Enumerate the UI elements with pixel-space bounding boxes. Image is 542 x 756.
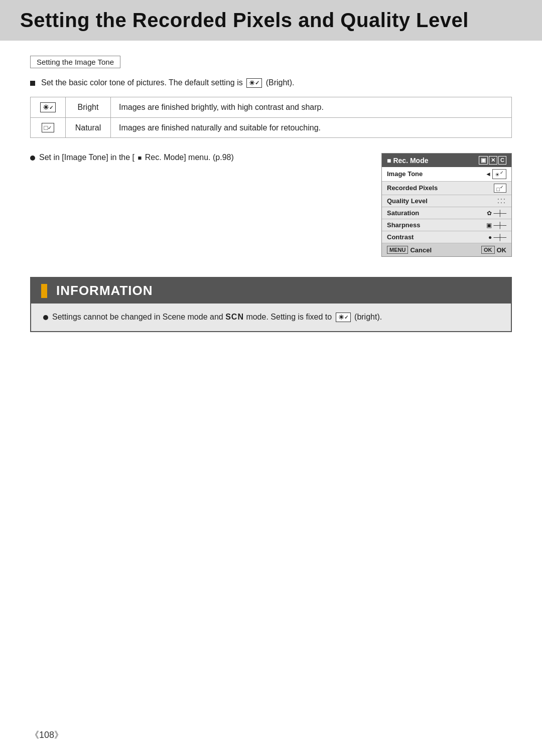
- set-instruction-text: Set in [Image Tone] in the [ ■ Rec. Mode…: [39, 153, 381, 162]
- header-bar: Setting the Recorded Pixels and Quality …: [0, 0, 542, 41]
- bright-label-cell: Bright: [66, 97, 111, 118]
- menu-arrow-icon: ◄: [485, 171, 491, 178]
- menu-row-value-recorded-pixels: □✓: [494, 184, 506, 193]
- menu-row-label-sharpness: Sharpness: [387, 221, 420, 229]
- natural-icon: □✓: [42, 123, 55, 132]
- quality-dots-icon: ⁚⁚⁚: [497, 198, 506, 205]
- menu-row-image-tone: Image Tone ◄ ☀✓: [382, 167, 511, 182]
- table-row: ☀✓ Bright Images are finished brightly, …: [31, 97, 512, 118]
- menu-row-recorded-pixels: Recorded Pixels □✓: [382, 182, 511, 196]
- menu-camera-icon: ■: [387, 157, 391, 165]
- saturation-val-icon: ✿ ─┼─: [487, 210, 506, 217]
- menu-row-sharpness: Sharpness ▣ ─┼─: [382, 219, 511, 231]
- information-bullet-row: Settings cannot be changed in Scene mode…: [43, 313, 499, 322]
- bright-icon-cell: ☀✓: [31, 97, 66, 118]
- menu-row-value-quality-level: ⁚⁚⁚: [497, 198, 506, 205]
- natural-icon-cell: □✓: [31, 118, 66, 138]
- circle-bullet-icon: [30, 156, 35, 161]
- camera-icon: ■: [138, 154, 142, 162]
- bright-icon: ☀✓: [40, 102, 56, 112]
- menu-row-value-image-tone: ◄ ☀✓: [485, 169, 506, 179]
- menu-footer: MENU Cancel OK OK: [382, 243, 511, 256]
- square-bullet-icon: [30, 81, 35, 86]
- menu-header-camera: ■ Rec. Mode: [387, 157, 428, 165]
- menu-row-label-image-tone: Image Tone: [387, 170, 423, 178]
- menu-icon-box-3: C: [498, 156, 506, 165]
- natural-label-cell: Natural: [66, 118, 111, 138]
- menu-header-icons: ▣ ✕ C: [479, 156, 506, 165]
- information-body: Settings cannot be changed in Scene mode…: [31, 304, 511, 331]
- menu-icon-box-2: ✕: [489, 156, 497, 165]
- information-title: INFORMATION: [56, 283, 153, 298]
- bright-description-cell: Images are finished brightly, with high …: [111, 97, 512, 118]
- set-instruction-row: Set in [Image Tone] in the [ ■ Rec. Mode…: [30, 153, 381, 162]
- menu-panel: ■ Rec. Mode ▣ ✕ C Image Tone ◄ ☀✓: [381, 153, 512, 257]
- natural-description-cell: Images are finished naturally and suitab…: [111, 118, 512, 138]
- page-number: 《108》: [30, 729, 63, 741]
- menu-row-value-saturation: ✿ ─┼─: [487, 210, 506, 217]
- menu-icon-box-1: ▣: [479, 156, 488, 165]
- bright-icon-inline: ☀✓: [246, 78, 262, 88]
- table-row: □✓ Natural Images are finished naturally…: [31, 118, 512, 138]
- menu-ok-area: OK OK: [481, 246, 506, 254]
- sharpness-val-icon: ▣ ─┼─: [486, 222, 506, 229]
- contrast-val-icon: ● ─┼─: [488, 234, 506, 241]
- tone-table: ☀✓ Bright Images are finished brightly, …: [30, 97, 512, 138]
- menu-cancel-area: MENU Cancel: [387, 246, 432, 254]
- menu-val-box-recorded-pixels: □✓: [494, 184, 506, 193]
- menu-row-label-saturation: Saturation: [387, 209, 419, 217]
- info-circle-bullet-icon: [43, 315, 48, 320]
- menu-row-label-recorded-pixels: Recorded Pixels: [387, 184, 438, 192]
- scn-label: SCN: [225, 313, 244, 321]
- menu-row-saturation: Saturation ✿ ─┼─: [382, 207, 511, 219]
- menu-row-label-contrast: Contrast: [387, 233, 414, 241]
- page-title: Setting the Recorded Pixels and Quality …: [20, 9, 469, 31]
- intro-text-content: Set the basic color tone of pictures. Th…: [41, 78, 295, 88]
- information-section: INFORMATION Settings cannot be changed i…: [30, 277, 512, 332]
- set-instruction-area: Set in [Image Tone] in the [ ■ Rec. Mode…: [30, 153, 512, 257]
- menu-row-value-contrast: ● ─┼─: [488, 234, 506, 241]
- ok-key-box: OK: [481, 246, 495, 254]
- content-area: Setting the Image Tone Set the basic col…: [0, 41, 542, 362]
- info-orange-bar: [41, 284, 47, 298]
- information-text: Settings cannot be changed in Scene mode…: [52, 313, 382, 322]
- section-tag: Setting the Image Tone: [30, 56, 120, 68]
- menu-cancel-label: Cancel: [410, 246, 432, 254]
- menu-ok-label: OK: [497, 246, 507, 254]
- menu-row-quality-level: Quality Level ⁚⁚⁚: [382, 195, 511, 207]
- menu-row-contrast: Contrast ● ─┼─: [382, 231, 511, 243]
- information-header: INFORMATION: [31, 278, 511, 304]
- menu-row-label-quality-level: Quality Level: [387, 197, 428, 205]
- menu-val-box-image-tone: ☀✓: [492, 169, 506, 179]
- info-bright-icon: ☀✓: [336, 313, 351, 322]
- menu-key-box: MENU: [387, 246, 408, 254]
- menu-row-value-sharpness: ▣ ─┼─: [486, 222, 506, 229]
- intro-paragraph: Set the basic color tone of pictures. Th…: [30, 78, 512, 88]
- menu-panel-header: ■ Rec. Mode ▣ ✕ C: [382, 154, 511, 167]
- page: Setting the Recorded Pixels and Quality …: [0, 0, 542, 756]
